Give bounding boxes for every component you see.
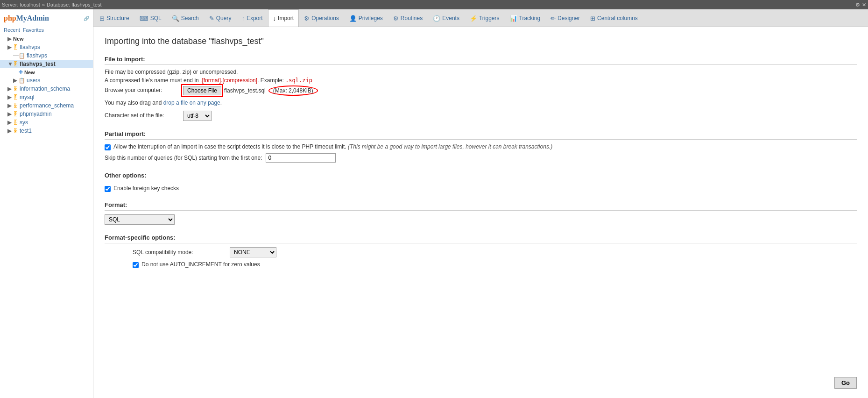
auto-increment-checkbox[interactable] bbox=[133, 262, 139, 268]
top-bar: Server: localhost » Database: flashvps_t… bbox=[0, 0, 868, 9]
sidebar-item-flashvps_test[interactable]: ▼ 🗄 flashvps_test bbox=[0, 60, 93, 68]
mysql-icon: 🗄 bbox=[13, 94, 18, 100]
tab-query[interactable]: ✎ Query bbox=[204, 9, 237, 27]
interrupt-checkbox-row: Allow the interruption of an import in c… bbox=[105, 143, 857, 150]
close-icon[interactable]: ✕ bbox=[862, 2, 866, 8]
tab-triggers[interactable]: ⚡ Triggers bbox=[465, 9, 505, 27]
partial-import-section: Partial import: Allow the interruption o… bbox=[105, 130, 857, 163]
tab-tracking[interactable]: 📊 Tracking bbox=[505, 9, 546, 27]
skip-row: Skip this number of queries (for SQL) st… bbox=[105, 153, 857, 163]
foreign-key-checkbox[interactable] bbox=[105, 186, 111, 192]
sidebar-item-new-flashvps_test[interactable]: ✚ New bbox=[0, 68, 93, 76]
breadcrumb-topbar: Server: localhost » Database: flashvps_t… bbox=[2, 2, 101, 7]
users-table-icon: 📋 bbox=[19, 78, 25, 84]
charset-label: Character set of the file: bbox=[105, 111, 179, 119]
info-text-1: File may be compressed (gzip, zip) or un… bbox=[105, 69, 857, 75]
settings-icon[interactable]: ⚙ bbox=[855, 2, 860, 8]
tab-export[interactable]: ↑ Export bbox=[236, 9, 268, 27]
test1-icon: 🗄 bbox=[13, 128, 18, 134]
file-to-import-section: File to import: File may be compressed (… bbox=[105, 56, 857, 121]
auto-increment-label: Do not use AUTO_INCREMENT for zero value… bbox=[141, 261, 260, 268]
structure-icon: ⊞ bbox=[99, 15, 105, 22]
tab-privileges[interactable]: 👤 Privileges bbox=[344, 9, 388, 27]
table-icon: 📋 bbox=[19, 53, 25, 59]
partial-import-heading: Partial import: bbox=[105, 130, 857, 140]
charset-row: Character set of the file: utf-8 utf-16 … bbox=[105, 111, 857, 121]
interrupt-checkbox[interactable] bbox=[105, 144, 111, 150]
max-size-badge: (Max: 2,048KiB) bbox=[268, 85, 318, 96]
choose-file-button[interactable]: Choose File bbox=[183, 86, 221, 95]
browse-row: Browse your computer: Choose File flashv… bbox=[105, 85, 857, 96]
drag-text: You may also drag and drop a file on any… bbox=[105, 100, 857, 106]
information-schema-icon: 🗄 bbox=[13, 86, 18, 92]
tab-operations[interactable]: ⚙ Operations bbox=[299, 9, 344, 27]
foreign-key-label: Enable foreign key checks bbox=[113, 185, 179, 192]
sql-compat-row: SQL compatibility mode: NONE ANSI DB2 MA… bbox=[105, 247, 857, 257]
recent-link[interactable]: Recent bbox=[4, 27, 20, 33]
db-icon: 🗄 bbox=[13, 44, 18, 50]
database-breadcrumb: Database: flashvps_test bbox=[47, 2, 101, 7]
format-heading: Format: bbox=[105, 201, 857, 211]
search-tab-icon: 🔍 bbox=[172, 15, 179, 22]
sql-icon: ⌨ bbox=[140, 15, 148, 22]
sidebar-header: phpMyAdmin 🔗 bbox=[0, 11, 93, 25]
sys-icon: 🗄 bbox=[13, 120, 18, 125]
tab-search[interactable]: 🔍 Search bbox=[167, 9, 204, 27]
sidebar-item-users[interactable]: ▶ 📋 users bbox=[0, 76, 93, 85]
sidebar-tree: ▶ New ▶ 🗄 flashvps — 📋 flashvps ▼ 🗄 flas… bbox=[0, 35, 93, 135]
performance-schema-icon: 🗄 bbox=[13, 103, 18, 108]
tab-structure[interactable]: ⊞ Structure bbox=[94, 9, 134, 27]
sidebar-item-flashvps-table[interactable]: — 📋 flashvps bbox=[0, 51, 93, 60]
go-button[interactable]: Go bbox=[834, 377, 857, 389]
sidebar-item-performance_schema[interactable]: ▶ 🗄 performance_schema bbox=[0, 101, 93, 110]
central-columns-icon: ⊞ bbox=[590, 15, 595, 22]
tab-central-columns[interactable]: ⊞ Central columns bbox=[585, 9, 643, 27]
triggers-icon: ⚡ bbox=[470, 15, 477, 22]
sidebar: phpMyAdmin 🔗 Recent Favorites ▶ New ▶ 🗄 … bbox=[0, 9, 93, 398]
tab-import[interactable]: ↓ Import bbox=[268, 9, 299, 27]
file-to-import-heading: File to import: bbox=[105, 56, 857, 65]
format-text: .[format].[compression] bbox=[200, 77, 257, 84]
privileges-icon: 👤 bbox=[349, 15, 357, 22]
tab-designer[interactable]: ✏ Designer bbox=[545, 9, 585, 27]
format-section: Format: SQL CSV CSV using LOAD DATA JSON… bbox=[105, 201, 857, 225]
tab-bar: ⊞ Structure ⌨ SQL 🔍 Search ✎ Query ↑ Exp… bbox=[93, 9, 868, 27]
skip-input[interactable]: 0 bbox=[266, 153, 336, 163]
drop-link[interactable]: drop a file on any page bbox=[163, 100, 220, 106]
favorites-link[interactable]: Favorites bbox=[23, 27, 44, 33]
auto-increment-row: Do not use AUTO_INCREMENT for zero value… bbox=[105, 261, 857, 268]
pma-logo: phpMyAdmin bbox=[4, 14, 49, 22]
tracking-icon: 📊 bbox=[510, 15, 517, 22]
tab-routines[interactable]: ⚙ Routines bbox=[388, 9, 428, 27]
sidebar-item-sys[interactable]: ▶ 🗄 sys bbox=[0, 118, 93, 127]
sql-compat-select[interactable]: NONE ANSI DB2 MAXDB MYSQL323 MYSQL40 MSS… bbox=[230, 247, 276, 257]
designer-icon: ✏ bbox=[550, 15, 556, 22]
foreign-key-row: Enable foreign key checks bbox=[105, 185, 857, 192]
server-breadcrumb: Server: localhost bbox=[2, 2, 40, 7]
operations-icon: ⚙ bbox=[304, 15, 310, 22]
format-specific-heading: Format-specific options: bbox=[105, 234, 857, 243]
export-icon: ↑ bbox=[241, 15, 245, 22]
tab-events[interactable]: 🕐 Events bbox=[428, 9, 465, 27]
sidebar-nav: Recent Favorites bbox=[0, 25, 93, 35]
file-input-wrapper: Choose File flashvps_test.sql (Max: 2,04… bbox=[183, 85, 318, 96]
sidebar-item-mysql[interactable]: ▶ 🗄 mysql bbox=[0, 93, 93, 101]
charset-select[interactable]: utf-8 utf-16 ascii latin1 bbox=[183, 111, 212, 121]
import-icon: ↓ bbox=[273, 15, 276, 22]
browse-label: Browse your computer: bbox=[105, 85, 179, 93]
format-select[interactable]: SQL CSV CSV using LOAD DATA JSON Mediawi… bbox=[105, 214, 175, 225]
file-name-display: flashvps_test.sql bbox=[224, 87, 266, 94]
sidebar-item-information_schema[interactable]: ▶ 🗄 information_schema bbox=[0, 85, 93, 93]
sidebar-item-phpmyadmin[interactable]: ▶ 🗄 phpmyadmin bbox=[0, 110, 93, 118]
sidebar-item-flashvps[interactable]: ▶ 🗄 flashvps bbox=[0, 43, 93, 51]
tab-sql[interactable]: ⌨ SQL bbox=[134, 9, 167, 27]
format-specific-section: Format-specific options: SQL compatibili… bbox=[105, 234, 857, 268]
top-bar-actions: ⚙ ✕ bbox=[855, 2, 866, 8]
breadcrumb-sep1: » bbox=[42, 2, 45, 7]
interrupt-label: Allow the interruption of an import in c… bbox=[113, 143, 552, 150]
sidebar-item-new-top[interactable]: ▶ New bbox=[0, 35, 93, 43]
info-text-2: A compressed file's name must end in .[f… bbox=[105, 77, 857, 84]
query-icon: ✎ bbox=[209, 15, 214, 22]
content-area: ⊞ Structure ⌨ SQL 🔍 Search ✎ Query ↑ Exp… bbox=[93, 9, 868, 398]
sidebar-item-test1[interactable]: ▶ 🗄 test1 bbox=[0, 127, 93, 135]
